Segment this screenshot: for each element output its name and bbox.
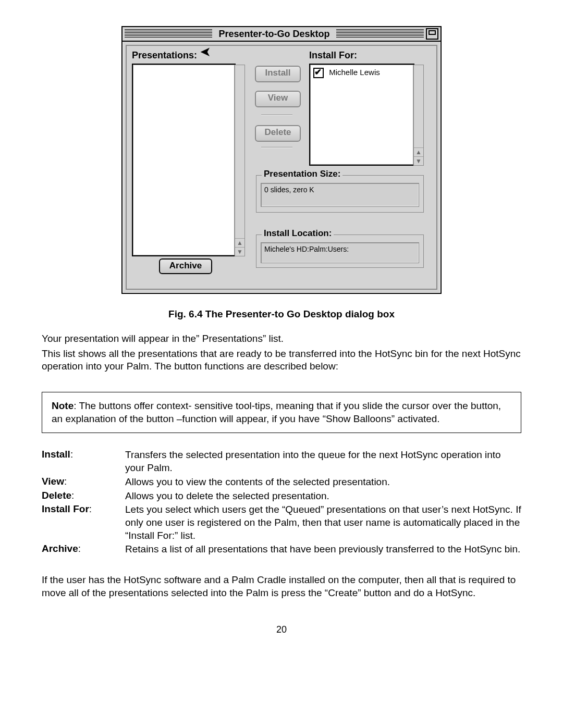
delete-button[interactable]: Delete bbox=[255, 125, 301, 142]
install-button[interactable]: Install bbox=[255, 66, 301, 82]
titlebar[interactable]: Presenter-to-Go Desktop bbox=[123, 27, 440, 42]
page-number: 20 bbox=[42, 624, 521, 635]
cursor-arrow-icon: ➤ bbox=[200, 44, 211, 60]
term-delete: Delete bbox=[42, 490, 71, 501]
note-body: : The buttons offer context- sensitive t… bbox=[52, 400, 501, 424]
install-for-user-name: Michelle Lewis bbox=[329, 68, 380, 77]
button-definitions: Install: Transfers the selected presenta… bbox=[42, 449, 521, 556]
archive-button[interactable]: Archive bbox=[159, 258, 212, 274]
term-install-for: Install For bbox=[42, 503, 89, 514]
term-view: View bbox=[42, 476, 64, 487]
presentation-size-label: Presentation Size: bbox=[262, 169, 342, 179]
presenter-to-go-dialog: Presenter-to-Go Desktop ➤ Presentations:… bbox=[121, 26, 442, 294]
view-button[interactable]: View bbox=[255, 91, 301, 107]
desc-install: Transfers the selected presentation into… bbox=[125, 449, 521, 474]
scroll-up-icon[interactable]: ▲ bbox=[235, 238, 244, 247]
desc-delete: Allows you to delete the selected presen… bbox=[125, 490, 521, 503]
install-for-label: Install For: bbox=[309, 50, 357, 61]
presentation-size-value: 0 slides, zero K bbox=[261, 183, 419, 207]
term-archive: Archive bbox=[42, 543, 78, 554]
desc-install-for: Lets you select which users get the “Que… bbox=[125, 503, 521, 542]
body-paragraph: Your presentation will appear in the” Pr… bbox=[42, 332, 521, 346]
body-paragraph: This list shows all the presentations th… bbox=[42, 348, 521, 373]
closing-paragraph: If the user has the HotSync software and… bbox=[42, 574, 521, 599]
window-title: Presenter-to-Go Desktop bbox=[214, 29, 334, 40]
definition-row: Install For: Lets you select which users… bbox=[42, 503, 521, 542]
presentations-listbox[interactable]: ▲ ▼ bbox=[132, 64, 236, 256]
separator bbox=[261, 115, 292, 116]
scroll-up-icon[interactable]: ▲ bbox=[414, 147, 423, 156]
desc-archive: Retains a list of all presentations that… bbox=[125, 543, 521, 556]
desc-view: Allows you to view the contents of the s… bbox=[125, 476, 521, 489]
install-for-scrollbar[interactable]: ▲ ▼ bbox=[413, 65, 424, 166]
separator bbox=[261, 147, 292, 148]
presentations-scrollbar[interactable]: ▲ ▼ bbox=[235, 65, 245, 256]
install-location-group: Install Location: Michele's HD:Palm:User… bbox=[256, 235, 424, 268]
definition-row: View: Allows you to view the contents of… bbox=[42, 476, 521, 489]
presentation-size-group: Presentation Size: 0 slides, zero K bbox=[256, 175, 424, 213]
titlebar-stripes-left bbox=[125, 29, 212, 39]
scroll-down-icon[interactable]: ▼ bbox=[235, 247, 244, 256]
install-for-user-row[interactable]: Michelle Lewis bbox=[313, 68, 380, 78]
definition-row: Install: Transfers the selected presenta… bbox=[42, 449, 521, 474]
collapse-box-icon[interactable] bbox=[426, 28, 438, 40]
presentations-label: Presentations: bbox=[132, 50, 197, 61]
note-label: Note bbox=[52, 400, 74, 411]
install-location-value: Michele's HD:Palm:Users: bbox=[261, 242, 419, 263]
dialog-body: ➤ Presentations: Install For: ▲ ▼ Michel… bbox=[126, 45, 437, 290]
titlebar-stripes-right bbox=[336, 29, 424, 39]
install-for-listbox[interactable]: Michelle Lewis ▲ ▼ bbox=[309, 64, 414, 166]
definition-row: Archive: Retains a list of all presentat… bbox=[42, 543, 521, 556]
figure-caption: Fig. 6.4 The Presenter-to Go Desktop dia… bbox=[42, 309, 521, 320]
definition-row: Delete: Allows you to delete the selecte… bbox=[42, 490, 521, 503]
checkbox-checked-icon[interactable] bbox=[313, 68, 324, 78]
term-install: Install bbox=[42, 449, 70, 460]
note-box: Note: The buttons offer context- sensiti… bbox=[42, 392, 521, 433]
install-location-label: Install Location: bbox=[262, 228, 334, 239]
scroll-down-icon[interactable]: ▼ bbox=[414, 156, 423, 165]
